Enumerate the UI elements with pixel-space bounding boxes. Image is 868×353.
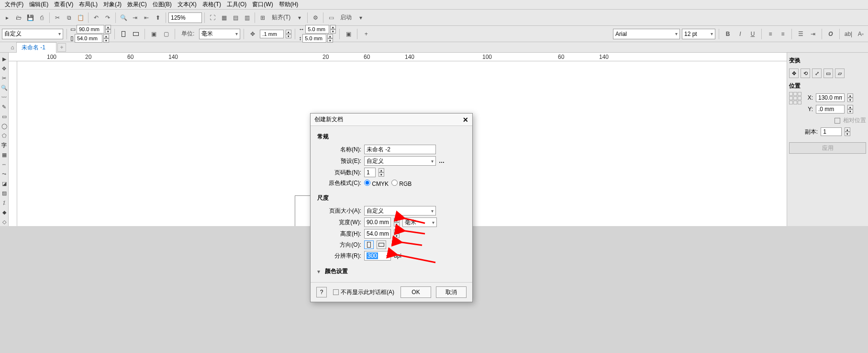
y-spinner[interactable]: ▴▾ (847, 105, 853, 114)
options-icon[interactable]: ⚙ (310, 12, 321, 23)
import-icon[interactable]: ⇥ (130, 12, 140, 23)
launch-label[interactable]: 启动 (337, 13, 355, 22)
rotate-tab-icon[interactable]: ⟲ (801, 68, 810, 78)
page-width-input[interactable] (77, 25, 104, 34)
connector-tool-icon[interactable]: ⤳ (0, 170, 8, 178)
portrait-icon[interactable] (118, 29, 129, 39)
publish-icon[interactable]: ⬆ (153, 12, 163, 23)
snap-icon[interactable]: ⊞ (257, 12, 268, 23)
artistic-media-icon[interactable]: ✎ (0, 102, 8, 111)
new-icon[interactable]: ▸ (2, 12, 12, 23)
align-center-icon[interactable]: ≡ (778, 29, 788, 39)
skew-tab-icon[interactable]: ▱ (835, 68, 845, 78)
menu-bitmap[interactable]: 位图(B) (150, 0, 175, 10)
print-icon[interactable]: ⎙ (36, 12, 47, 23)
preset-combo[interactable]: 自定义 (364, 156, 436, 166)
rulers-icon[interactable]: ▤ (230, 12, 241, 23)
dimension-tool-icon[interactable]: ↔ (0, 160, 8, 169)
anchor-grid[interactable] (789, 92, 801, 104)
menu-edit[interactable]: 编辑(E) (26, 0, 51, 10)
paste-icon[interactable]: 📋 (75, 12, 86, 23)
copies-input[interactable] (821, 127, 842, 136)
pick-tool-icon[interactable]: ▶ (0, 55, 8, 63)
crop-tool-icon[interactable]: ✂ (0, 74, 8, 82)
pagesize-combo[interactable]: 自定义 (364, 206, 436, 216)
save-icon[interactable]: 💾 (25, 12, 35, 23)
treat-as-filled-icon[interactable]: ▣ (343, 29, 354, 39)
x-spinner[interactable]: ▴▾ (847, 93, 853, 102)
plus-icon[interactable]: + (361, 29, 371, 39)
grid-icon[interactable]: ▦ (219, 12, 229, 23)
welcome-icon[interactable]: ⌂ (9, 44, 16, 51)
font-size-combo[interactable]: 12 pt (682, 29, 715, 39)
menu-table[interactable]: 表格(T) (200, 0, 224, 10)
copy-icon[interactable]: ⧉ (64, 12, 74, 23)
position-tab-icon[interactable]: ✥ (789, 68, 799, 78)
relative-checkbox[interactable] (835, 118, 840, 124)
width-spinner[interactable]: ▴▾ (394, 218, 400, 226)
search-icon[interactable]: 🔍 (118, 12, 129, 23)
menu-effect[interactable]: 效果(C) (124, 0, 150, 10)
zoom-tool-icon[interactable]: 🔍 (0, 83, 8, 92)
edit-text-icon[interactable]: A▫ (856, 29, 866, 39)
list-icon[interactable]: ☰ (795, 29, 806, 39)
name-input[interactable] (364, 145, 436, 154)
menu-tool[interactable]: 工具(O) (224, 0, 249, 10)
table-tool-icon[interactable]: ▦ (0, 150, 8, 159)
scale-tab-icon[interactable]: ⤢ (812, 68, 822, 78)
guides-icon[interactable]: ▥ (242, 12, 252, 23)
ellipse-tool-icon[interactable]: ◯ (0, 122, 8, 130)
size-tab-icon[interactable]: ▭ (823, 68, 833, 78)
menu-object[interactable]: 对象(J) (100, 0, 124, 10)
pages-input[interactable] (364, 168, 376, 177)
landscape-icon[interactable] (131, 29, 141, 39)
text-props-icon[interactable]: ab| (843, 29, 854, 39)
menu-help[interactable]: 帮助(H) (276, 0, 301, 10)
pages-spinner[interactable]: ▴▾ (378, 168, 384, 177)
align-left-icon[interactable]: ≡ (765, 29, 776, 39)
width-unit-combo[interactable]: 毫米 (402, 217, 437, 226)
dup-x-input[interactable] (305, 25, 329, 34)
page-width-spinner[interactable]: ▴▾ (105, 25, 111, 34)
width-input[interactable] (364, 217, 391, 226)
italic-icon[interactable]: I (735, 29, 746, 39)
snap-label[interactable]: 贴齐(T) (269, 13, 293, 22)
dup-y-input[interactable] (302, 34, 326, 43)
launch-icon[interactable]: ▭ (326, 12, 336, 23)
freehand-tool-icon[interactable]: 〰 (0, 93, 8, 102)
y-input[interactable] (816, 105, 845, 114)
menu-window[interactable]: 窗口(W) (249, 0, 276, 10)
nudge-input[interactable] (260, 30, 284, 38)
menu-layout[interactable]: 布局(L) (76, 0, 100, 10)
text-tool-icon[interactable]: 字 (0, 141, 8, 149)
rectangle-tool-icon[interactable]: ▭ (0, 112, 8, 121)
nudge-icon[interactable]: ✥ (247, 29, 258, 39)
menu-view[interactable]: 查看(V) (51, 0, 76, 10)
all-pages-icon[interactable]: ▣ (148, 29, 159, 39)
dup-y-spinner[interactable]: ▴▾ (327, 34, 333, 43)
indent-icon[interactable]: ⇥ (808, 29, 818, 39)
apply-button[interactable]: 应用 (789, 142, 866, 154)
preset-more-button[interactable]: … (439, 158, 445, 164)
page-height-input[interactable] (75, 34, 102, 43)
cmyk-radio[interactable]: CMYK (364, 180, 389, 187)
tab-add-button[interactable]: + (57, 43, 66, 52)
fullscreen-icon[interactable]: ⛶ (207, 12, 218, 23)
outline-tool-icon[interactable]: ◇ (0, 217, 8, 226)
menu-text[interactable]: 文本(X) (175, 0, 200, 10)
underline-icon[interactable]: U (747, 29, 758, 39)
dup-x-spinner[interactable]: ▴▾ (330, 25, 336, 34)
transparency-tool-icon[interactable]: ▨ (0, 189, 8, 197)
redo-icon[interactable]: ↷ (102, 12, 113, 23)
eyedropper-tool-icon[interactable]: ⁒ (0, 198, 8, 207)
font-combo[interactable]: Arial (613, 29, 680, 39)
rgb-radio[interactable]: RGB (391, 180, 412, 187)
cut-icon[interactable]: ✂ (52, 12, 63, 23)
opentype-icon[interactable]: O (825, 29, 836, 39)
tab-document[interactable]: 未命名 -1 (16, 42, 56, 53)
dropshadow-tool-icon[interactable]: ◪ (0, 179, 8, 188)
close-icon[interactable]: ✕ (463, 116, 468, 124)
x-input[interactable] (816, 93, 845, 102)
nudge-spinner[interactable]: ▴▾ (286, 30, 291, 38)
fill-tool-icon[interactable]: ◆ (0, 208, 8, 216)
